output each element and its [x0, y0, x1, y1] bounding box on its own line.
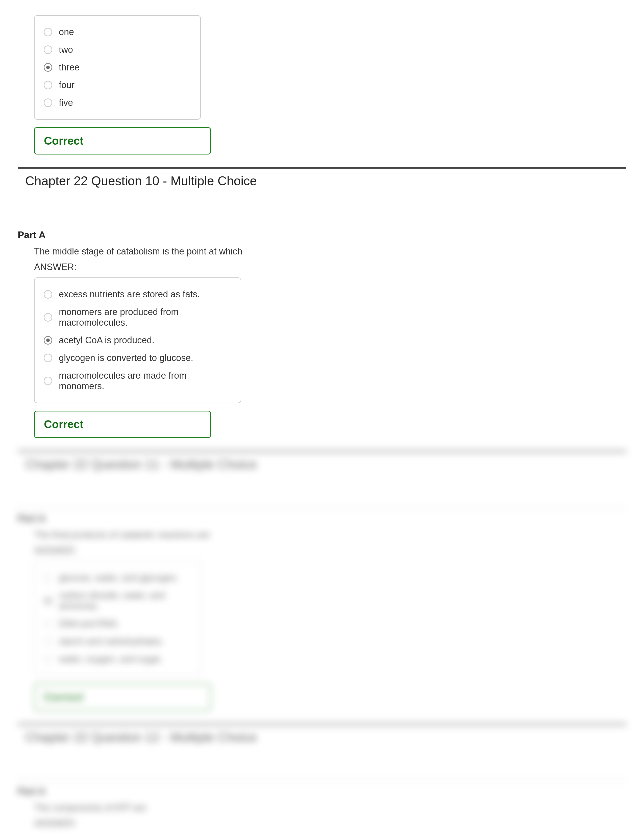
radio-icon-selected	[44, 597, 52, 605]
radio-icon	[44, 637, 52, 646]
radio-icon	[44, 313, 52, 322]
option-label: excess nutrients are stored as fats.	[59, 289, 200, 300]
option-label: five	[59, 97, 73, 108]
radio-icon	[44, 376, 52, 385]
part-label: Part A	[18, 230, 626, 241]
radio-icon	[44, 655, 52, 663]
question-11-block: Part A The final products of catabolic r…	[18, 513, 626, 711]
option-row[interactable]: three	[44, 59, 191, 76]
feedback-label: Correct	[44, 135, 84, 147]
answer-label: ANSWER:	[34, 262, 626, 272]
option-row[interactable]: monomers are produced from macromolecule…	[44, 303, 232, 331]
radio-icon	[44, 290, 52, 299]
option-label: acetyl CoA is produced.	[59, 335, 154, 346]
option-label: starch and carbohydrates.	[59, 636, 164, 647]
options-box: one two three four five	[34, 15, 201, 120]
part-label: Part A	[18, 513, 626, 524]
radio-icon	[44, 98, 52, 107]
option-row: glucose, water, and glycogen.	[44, 569, 191, 587]
feedback-label: Correct	[44, 691, 84, 703]
radio-icon	[44, 28, 52, 36]
question-title: Chapter 22 Question 12 - Multiple Choice	[25, 730, 626, 745]
question-10-block: Part A The middle stage of catabolism is…	[18, 230, 626, 438]
part-label: Part A	[18, 786, 626, 797]
divider-thin	[18, 507, 626, 508]
option-row[interactable]: macromolecules are made from monomers.	[44, 367, 232, 395]
option-row[interactable]: acetyl CoA is produced.	[44, 331, 232, 349]
radio-icon-selected	[44, 63, 52, 72]
divider	[18, 724, 626, 725]
option-label: macromolecules are made from monomers.	[59, 370, 232, 391]
option-label: four	[59, 80, 74, 90]
option-label: one	[59, 27, 74, 37]
question-prompt: The middle stage of catabolism is the po…	[34, 246, 626, 257]
option-row: starch and carbohydrates.	[44, 633, 191, 650]
option-label: carbon dioxide, water, and ammonia.	[59, 590, 191, 611]
option-label: water, oxygen, and sugar.	[59, 654, 163, 664]
question-title: Chapter 22 Question 11 - Multiple Choice	[25, 457, 626, 472]
feedback-box: Correct	[34, 683, 211, 711]
divider	[18, 167, 626, 169]
option-row[interactable]: glycogen is converted to glucose.	[44, 349, 232, 367]
option-row[interactable]: two	[44, 41, 191, 59]
option-row[interactable]: five	[44, 94, 191, 112]
option-label: glycogen is converted to glucose.	[59, 353, 193, 363]
divider-thin	[18, 224, 626, 224]
option-row[interactable]: one	[44, 23, 191, 41]
options-box: glucose, water, and glycogen. carbon dio…	[34, 561, 201, 676]
options-box: excess nutrients are stored as fats. mon…	[34, 277, 241, 403]
blurred-preview: Chapter 22 Question 11 - Multiple Choice…	[18, 450, 626, 829]
answer-label: ANSWER:	[34, 545, 626, 556]
radio-icon	[44, 45, 52, 54]
radio-icon	[44, 619, 52, 628]
option-label: two	[59, 44, 73, 55]
feedback-box: Correct	[34, 127, 211, 154]
question-prompt: The final products of catabolic reaction…	[34, 529, 626, 540]
feedback-box: Correct	[34, 411, 211, 438]
radio-icon	[44, 81, 52, 89]
answer-label: ANSWER:	[34, 818, 626, 829]
option-label: DNA and RNA.	[59, 618, 119, 629]
radio-icon	[44, 574, 52, 582]
option-row: water, oxygen, and sugar.	[44, 650, 191, 668]
option-label: three	[59, 62, 80, 73]
question-12-block: Part A The components of ATP are ANSWER:	[18, 786, 626, 829]
question-9-block: one two three four five Correct	[18, 15, 626, 154]
question-prompt: The components of ATP are	[34, 802, 626, 813]
divider-thin	[18, 780, 626, 780]
option-row: DNA and RNA.	[44, 615, 191, 633]
feedback-label: Correct	[44, 418, 84, 430]
option-row[interactable]: four	[44, 76, 191, 94]
option-row[interactable]: excess nutrients are stored as fats.	[44, 286, 232, 303]
option-label: glucose, water, and glycogen.	[59, 572, 179, 583]
radio-icon	[44, 354, 52, 362]
option-label: monomers are produced from macromolecule…	[59, 307, 232, 328]
option-row: carbon dioxide, water, and ammonia.	[44, 587, 191, 615]
radio-icon-selected	[44, 336, 52, 344]
divider	[18, 450, 626, 452]
question-title: Chapter 22 Question 10 - Multiple Choice	[25, 174, 626, 188]
